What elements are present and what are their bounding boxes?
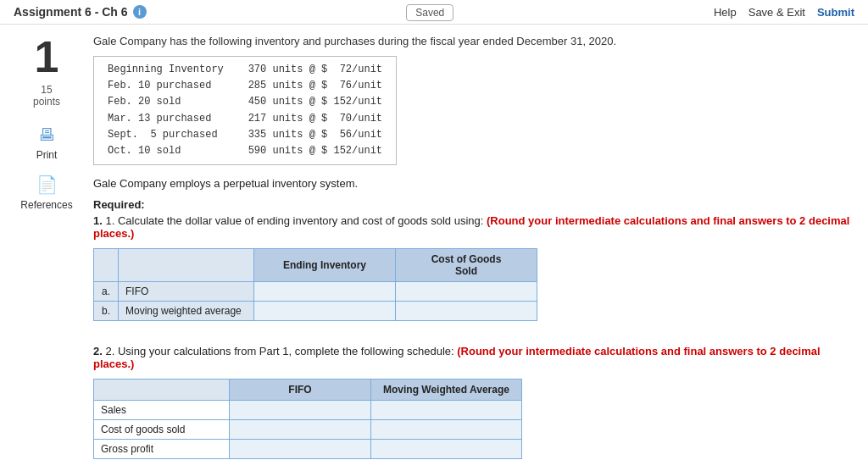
th-row-label <box>119 249 254 282</box>
part2-number: 2. <box>93 345 103 357</box>
part1-question: 1. 1. Calculate the dollar value of endi… <box>93 214 851 240</box>
points-label: points <box>33 96 60 108</box>
schedule-row-label: Gross profit <box>94 440 230 459</box>
th-cogs: Cost of GoodsSold <box>396 249 537 282</box>
th-index <box>94 249 119 282</box>
inventory-data-box: Beginning Inventory 370 units @ $ 72/uni… <box>93 56 397 165</box>
th2-fifo: FIFO <box>230 380 371 401</box>
th2-label <box>94 380 230 401</box>
fifo-cell[interactable] <box>230 440 371 459</box>
saved-badge-container: Saved <box>406 6 453 19</box>
part2-table: FIFO Moving Weighted Average SalesCost o… <box>93 379 522 459</box>
mwa-input[interactable] <box>378 404 515 416</box>
part1-number: 1. <box>93 214 103 227</box>
required-label: Required: <box>93 198 851 211</box>
top-bar-left: Assignment 6 - Ch 6 i <box>14 5 147 19</box>
table-row: Sales <box>94 401 522 420</box>
row-index: a. <box>94 282 119 302</box>
references-label: References <box>20 199 72 211</box>
help-button[interactable]: Help <box>714 6 737 19</box>
th-ending-inventory: Ending Inventory <box>254 249 396 282</box>
fifo-input[interactable] <box>236 404 364 416</box>
row-label: Moving weighted average <box>119 302 254 321</box>
print-button[interactable]: 🖶 Print <box>35 123 58 161</box>
question-number: 1 <box>35 35 59 79</box>
cogs-input[interactable] <box>403 285 530 297</box>
print-label: Print <box>36 149 58 161</box>
print-icon: 🖶 <box>35 123 58 147</box>
table-row: Cost of goods sold <box>94 420 522 440</box>
top-bar-right: Help Save & Exit Submit <box>714 6 854 19</box>
assignment-title: Assignment 6 - Ch 6 <box>14 5 128 19</box>
ending-inventory-cell[interactable] <box>254 282 396 302</box>
ending-inventory-cell[interactable] <box>254 302 396 321</box>
table-row: Gross profit <box>94 440 522 459</box>
inventory-data: Beginning Inventory 370 units @ $ 72/uni… <box>108 62 382 159</box>
fifo-input[interactable] <box>236 424 364 435</box>
part1-table: Ending Inventory Cost of GoodsSold a.FIF… <box>93 248 537 321</box>
cogs-cell[interactable] <box>396 282 537 302</box>
references-button[interactable]: 📄 References <box>20 173 72 211</box>
save-exit-button[interactable]: Save & Exit <box>748 6 805 19</box>
fifo-cell[interactable] <box>230 420 371 440</box>
part1-question-text: 1. Calculate the dollar value of ending … <box>105 214 483 227</box>
top-bar: Assignment 6 - Ch 6 i Saved Help Save & … <box>0 0 868 25</box>
table-row: b.Moving weighted average <box>94 302 537 321</box>
row-label: FIFO <box>119 282 254 302</box>
intro-text: Gale Company has the following inventory… <box>93 35 851 47</box>
employs-text: Gale Company employs a perpetual invento… <box>93 177 851 190</box>
part2-question: 2. 2. Using your calculations from Part … <box>93 345 851 370</box>
ending-inventory-input[interactable] <box>261 305 388 317</box>
th2-mwa: Moving Weighted Average <box>371 380 522 401</box>
schedule-row-label: Sales <box>94 401 230 420</box>
mwa-input[interactable] <box>378 443 515 455</box>
part2-question-text: 2. Using your calculations from Part 1, … <box>105 345 453 357</box>
info-icon[interactable]: i <box>133 5 147 19</box>
table-row: a.FIFO <box>94 282 537 302</box>
points-info: 15 points <box>33 84 60 108</box>
schedule-row-label: Cost of goods sold <box>94 420 230 440</box>
submit-button[interactable]: Submit <box>817 6 854 19</box>
content-area: Gale Company has the following inventory… <box>93 35 868 471</box>
row-index: b. <box>94 302 119 321</box>
side-panel: 1 15 points 🖶 Print 📄 References <box>0 35 93 471</box>
ending-inventory-input[interactable] <box>261 285 388 297</box>
references-icon: 📄 <box>35 173 58 197</box>
mwa-input[interactable] <box>378 424 515 435</box>
mwa-cell[interactable] <box>371 401 522 420</box>
main-content: 1 15 points 🖶 Print 📄 References Gale Co… <box>0 25 868 471</box>
cogs-cell[interactable] <box>396 302 537 321</box>
fifo-cell[interactable] <box>230 401 371 420</box>
mwa-cell[interactable] <box>371 440 522 459</box>
mwa-cell[interactable] <box>371 420 522 440</box>
cogs-input[interactable] <box>403 305 530 317</box>
fifo-input[interactable] <box>236 443 364 455</box>
saved-badge: Saved <box>406 4 453 21</box>
points-value: 15 <box>41 84 52 96</box>
